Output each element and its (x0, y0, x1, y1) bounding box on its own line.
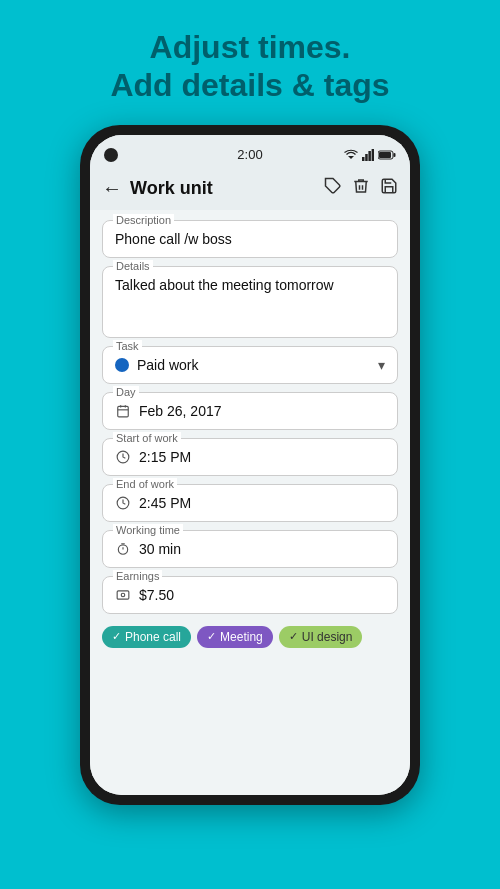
start-of-work-value: 2:15 PM (115, 449, 385, 465)
svg-rect-2 (365, 154, 368, 161)
working-time-label: Working time (113, 524, 183, 536)
task-field[interactable]: Task Paid work ▾ (102, 346, 398, 384)
earnings-label: Earnings (113, 570, 162, 582)
working-time-text: 30 min (139, 541, 181, 557)
working-time-value: 30 min (115, 541, 385, 557)
task-label: Task (113, 340, 142, 352)
description-field[interactable]: Description Phone call /w boss (102, 220, 398, 258)
timer-icon (115, 541, 131, 557)
earnings-value: $7.50 (115, 587, 385, 603)
phone-screen: 2:00 (90, 135, 410, 795)
svg-rect-1 (362, 157, 365, 161)
earnings-text: $7.50 (139, 587, 174, 603)
svg-point-15 (118, 545, 127, 554)
front-camera-icon (104, 148, 118, 162)
tags-row: ✓ Phone call ✓ Meeting ✓ UI design (102, 622, 398, 652)
status-bar: 2:00 (90, 135, 410, 171)
task-value: Paid work ▾ (115, 357, 385, 373)
back-button[interactable]: ← (102, 177, 122, 200)
svg-point-19 (121, 593, 125, 597)
day-label: Day (113, 386, 139, 398)
tag-ui-icon: ✓ (289, 630, 298, 643)
save-icon[interactable] (380, 177, 398, 200)
tag-meeting-label: Meeting (220, 630, 263, 644)
top-bar-actions (324, 177, 398, 200)
status-icons (344, 149, 396, 161)
dropdown-arrow-icon: ▾ (378, 357, 385, 373)
description-value: Phone call /w boss (115, 231, 385, 247)
end-of-work-value: 2:45 PM (115, 495, 385, 511)
svg-rect-9 (118, 406, 129, 417)
details-field[interactable]: Details Talked about the meeting tomorro… (102, 266, 398, 338)
tag-meeting-icon: ✓ (207, 630, 216, 643)
svg-marker-0 (348, 156, 354, 159)
details-label: Details (113, 260, 153, 272)
clock-icon-start (115, 449, 131, 465)
svg-rect-6 (394, 153, 396, 157)
end-of-work-text: 2:45 PM (139, 495, 191, 511)
calendar-icon (115, 403, 131, 419)
delete-icon[interactable] (352, 177, 370, 200)
end-of-work-label: End of work (113, 478, 177, 490)
headline-line1: Adjust times. (150, 29, 351, 65)
svg-rect-7 (379, 152, 391, 158)
status-time: 2:00 (237, 147, 262, 162)
task-color-dot (115, 358, 129, 372)
end-of-work-field[interactable]: End of work 2:45 PM (102, 484, 398, 522)
battery-icon (378, 150, 396, 160)
svg-rect-4 (372, 149, 374, 161)
description-label: Description (113, 214, 174, 226)
tag-ui-design[interactable]: ✓ UI design (279, 626, 363, 648)
tag-icon[interactable] (324, 177, 342, 200)
earnings-field[interactable]: Earnings $7.50 (102, 576, 398, 614)
tag-ui-label: UI design (302, 630, 353, 644)
page-title: Work unit (130, 178, 316, 199)
phone-mockup: 2:00 (80, 125, 420, 805)
start-of-work-label: Start of work (113, 432, 181, 444)
headline: Adjust times. Add details & tags (80, 0, 419, 125)
wifi-icon (344, 149, 358, 161)
svg-rect-3 (368, 151, 371, 161)
working-time-field[interactable]: Working time 30 min (102, 530, 398, 568)
start-of-work-text: 2:15 PM (139, 449, 191, 465)
day-field[interactable]: Day Feb 26, 2017 (102, 392, 398, 430)
headline-line2: Add details & tags (110, 67, 389, 103)
start-of-work-field[interactable]: Start of work 2:15 PM (102, 438, 398, 476)
form-content: Description Phone call /w boss Details T… (90, 210, 410, 795)
day-text: Feb 26, 2017 (139, 403, 222, 419)
details-value: Talked about the meeting tomorrow (115, 277, 385, 327)
money-icon (115, 587, 131, 603)
clock-icon-end (115, 495, 131, 511)
task-text: Paid work (137, 357, 198, 373)
signal-icon (362, 149, 374, 161)
tag-phone-icon: ✓ (112, 630, 121, 643)
tag-phone-label: Phone call (125, 630, 181, 644)
svg-rect-18 (117, 591, 129, 599)
top-bar: ← Work unit (90, 171, 410, 210)
tag-meeting[interactable]: ✓ Meeting (197, 626, 273, 648)
day-value: Feb 26, 2017 (115, 403, 385, 419)
tag-phone-call[interactable]: ✓ Phone call (102, 626, 191, 648)
